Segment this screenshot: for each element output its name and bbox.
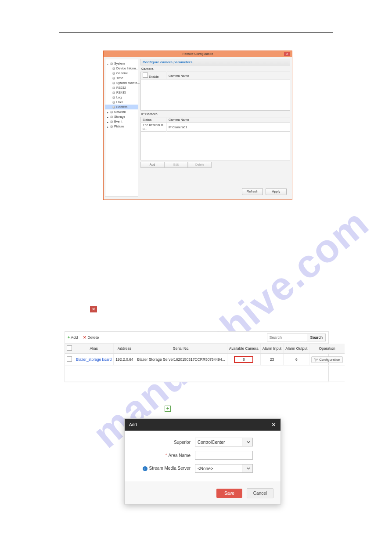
area-name-input[interactable] — [195, 451, 253, 460]
col-ip-camera-name: Camera Name — [167, 117, 290, 123]
svg-point-0 — [315, 359, 316, 360]
device-panel: +Add ✕Delete Search Alias Address Serial… — [65, 331, 329, 382]
save-button[interactable]: Save — [216, 489, 242, 498]
col-alias: Alias — [74, 344, 114, 354]
refresh-button[interactable]: Refresh — [242, 188, 263, 195]
remote-config-window: Remote Configuration X ▾System Device In… — [103, 51, 292, 200]
window-titlebar: Remote Configuration X — [104, 51, 292, 57]
device-table: Alias Address Serial No. Available Camer… — [65, 344, 345, 382]
table-row[interactable]: Blazer_storage board 192.2.0.64 Blazer S… — [65, 354, 345, 366]
label-area: *Area Name — [133, 453, 195, 458]
chevron-down-icon — [242, 464, 252, 472]
table-row[interactable]: The network is u... IP Camera01 — [141, 123, 290, 132]
ipcamera-table-body — [140, 132, 290, 160]
camera-table-body — [140, 80, 290, 111]
plus-icon: + — [68, 335, 70, 340]
close-icon[interactable]: ✕ — [271, 421, 276, 428]
tree-item-log[interactable]: Log — [105, 95, 138, 100]
alias-link[interactable]: Blazer_storage board — [76, 357, 111, 362]
tree-item-rs485[interactable]: RS485 — [105, 90, 138, 95]
tree-item-general[interactable]: General — [105, 71, 138, 76]
table-row — [65, 366, 345, 382]
col-operation: Operation — [309, 344, 345, 354]
add-icon: + — [165, 406, 171, 412]
row-checkbox[interactable] — [67, 356, 72, 362]
delete-device-button[interactable]: ✕Delete — [83, 335, 99, 340]
panel-header: Configure camera parameters. — [140, 59, 290, 65]
col-serial: Serial No. — [135, 344, 227, 354]
available-camera-count: 8 — [234, 356, 253, 363]
delete-icon: ✕ — [90, 306, 97, 312]
tree-item-picture[interactable]: ▸Picture — [105, 124, 138, 129]
ipcamera-table: Status Camera Name The network is u... I… — [140, 117, 290, 132]
col-alarm-output: Alarm Output — [284, 344, 309, 354]
tree-item-camera[interactable]: Camera — [105, 105, 138, 109]
col-status: Status — [141, 117, 167, 123]
close-button[interactable]: X — [284, 52, 290, 56]
tree-item-device[interactable]: Device Inform... — [105, 66, 138, 71]
search-button[interactable]: Search — [307, 334, 326, 341]
cancel-button[interactable]: Cancel — [247, 488, 273, 498]
nav-tree: ▾System Device Inform... General Time Sy… — [105, 59, 138, 197]
select-all-checkbox[interactable] — [67, 345, 72, 351]
add-button[interactable]: Add — [140, 162, 164, 168]
dialog-title: Add — [129, 422, 137, 427]
window-title: Remote Configuration — [183, 52, 213, 56]
gear-icon — [314, 358, 318, 362]
edit-button[interactable]: Edit — [164, 162, 188, 168]
superior-select[interactable]: ControlCenter — [195, 438, 253, 446]
delete-button[interactable]: Delete — [188, 162, 212, 168]
chevron-down-icon — [242, 438, 252, 446]
tree-item-user[interactable]: User — [105, 100, 138, 105]
tree-item-sysmaint[interactable]: System Mainte... — [105, 80, 138, 85]
info-icon: i — [143, 466, 147, 471]
device-toolbar: +Add ✕Delete Search — [65, 332, 328, 344]
dialog-titlebar: Add ✕ — [125, 419, 281, 431]
add-dialog: Add ✕ Superior ControlCenter *Area Name … — [124, 418, 281, 504]
tree-item-network[interactable]: ▸Network — [105, 109, 138, 114]
configuration-button[interactable]: Configuration — [311, 356, 343, 363]
search-input[interactable] — [267, 334, 307, 341]
tree-item-storage[interactable]: ▸Storage — [105, 114, 138, 119]
add-device-button[interactable]: +Add — [68, 335, 78, 340]
tree-item-rs232[interactable]: RS232 — [105, 85, 138, 90]
tree-item-system[interactable]: ▾System — [105, 61, 138, 66]
x-icon: ✕ — [83, 335, 86, 340]
enable-header-checkbox[interactable] — [143, 73, 148, 78]
apply-button[interactable]: Apply — [266, 188, 287, 195]
col-camera-name: Camera Name — [167, 72, 290, 80]
camera-section-title: Camera — [140, 65, 290, 72]
label-sms: iStream Media Server — [133, 466, 195, 471]
tree-item-time[interactable]: Time — [105, 76, 138, 80]
ipcamera-section-title: IP Camera — [140, 111, 290, 117]
col-available: Available Camera — [227, 344, 260, 354]
camera-table: Enable Camera Name — [140, 72, 290, 80]
header-rule — [59, 32, 333, 33]
tree-item-event[interactable]: ▸Event — [105, 119, 138, 124]
sms-select[interactable]: <None> — [195, 464, 253, 473]
col-alarm-input: Alarm Input — [260, 344, 283, 354]
label-superior: Superior — [133, 440, 195, 445]
col-address: Address — [114, 344, 135, 354]
